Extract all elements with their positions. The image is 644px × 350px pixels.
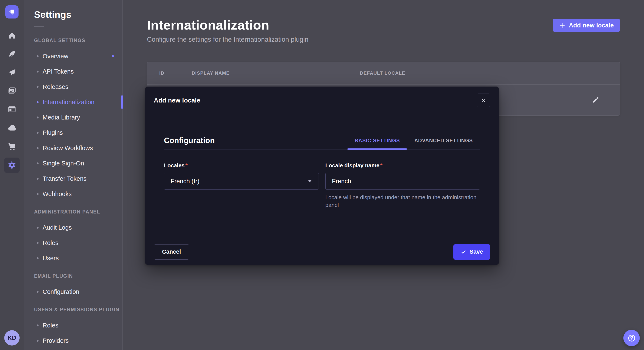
sidebar-item-label: Audit Logs xyxy=(42,224,72,231)
marketplace-icon[interactable] xyxy=(6,140,18,152)
display-name-label: Locale display name* xyxy=(326,162,480,169)
main-nav-rail: KD xyxy=(0,0,24,350)
cancel-button[interactable]: Cancel xyxy=(154,244,189,260)
required-asterisk: * xyxy=(380,162,382,169)
sidebar-item-label: Transfer Tokens xyxy=(42,175,86,182)
chevron-down-icon xyxy=(308,179,312,183)
sidebar-item-label: Overview xyxy=(42,53,68,60)
nav-section-label: GLOBAL SETTINGS xyxy=(24,32,122,48)
sidebar-item-review-workflows[interactable]: Review Workflows xyxy=(24,140,122,156)
tabs-divider xyxy=(164,149,480,150)
modal-footer: Cancel Save xyxy=(145,239,499,265)
rail-icons xyxy=(0,29,24,173)
bullet-icon xyxy=(37,325,38,326)
sidebar-item-overview[interactable]: Overview xyxy=(24,48,122,64)
sidebar-item-transfer-tokens[interactable]: Transfer Tokens xyxy=(24,171,122,186)
bullet-icon xyxy=(37,132,38,134)
tab-advanced-settings[interactable]: ADVANCED SETTINGS xyxy=(407,134,480,147)
configuration-title: Configuration xyxy=(164,136,215,145)
sidebar-item-internationalization[interactable]: Internationalization xyxy=(24,94,122,110)
notification-dot xyxy=(112,55,114,57)
sidebar-item-roles[interactable]: Roles xyxy=(24,235,122,250)
bullet-icon xyxy=(37,101,38,103)
display-name-field: Locale display name* French Locale will … xyxy=(326,162,480,209)
bullet-icon xyxy=(37,117,38,118)
bullet-icon xyxy=(37,71,38,72)
sidebar-item-label: Plugins xyxy=(42,129,63,136)
table-header: ID DISPLAY NAME DEFAULT LOCALE xyxy=(147,62,620,85)
locales-select-value: French (fr) xyxy=(170,178,199,185)
page-subtitle: Configure the settings for the Internati… xyxy=(147,36,308,43)
save-button[interactable]: Save xyxy=(454,244,490,260)
close-icon[interactable] xyxy=(476,94,490,107)
locales-select[interactable]: French (fr) xyxy=(164,173,319,190)
sidebar-item-label: Media Library xyxy=(42,114,80,121)
add-locale-modal: Add new locale Configuration BASIC SETTI… xyxy=(145,87,499,265)
rail-divider xyxy=(0,326,24,326)
bullet-icon xyxy=(37,55,38,57)
avatar-initials: KD xyxy=(8,335,16,341)
bullet-icon xyxy=(37,242,38,244)
bullet-icon xyxy=(37,227,38,229)
strapi-admin-settings: KD Settings GLOBAL SETTINGSOverviewAPI T… xyxy=(0,0,644,350)
plus-icon xyxy=(559,22,566,28)
title-divider xyxy=(34,26,44,26)
add-new-locale-label: Add new locale xyxy=(569,22,614,29)
settings-icon[interactable] xyxy=(4,158,20,173)
sidebar-item-configuration[interactable]: Configuration xyxy=(24,284,122,299)
sidebar-item-single-sign-on[interactable]: Single Sign-On xyxy=(24,156,122,171)
releases-icon[interactable] xyxy=(6,66,18,78)
sidebar-item-providers[interactable]: Providers xyxy=(24,333,122,348)
locales-field: Locales* French (fr) xyxy=(164,162,319,209)
bullet-icon xyxy=(37,178,38,180)
add-new-locale-button[interactable]: Add new locale xyxy=(553,19,620,32)
sidebar-item-label: Review Workflows xyxy=(42,145,93,152)
required-asterisk: * xyxy=(186,162,188,169)
home-icon[interactable] xyxy=(6,29,18,41)
deploy-icon[interactable] xyxy=(6,122,18,134)
nav-section-label: USERS & PERMISSIONS PLUGIN xyxy=(24,302,122,318)
help-button[interactable] xyxy=(623,330,640,346)
logo-box xyxy=(0,0,24,24)
strapi-logo-icon xyxy=(8,8,16,16)
sidebar-item-label: Roles xyxy=(42,239,58,246)
settings-tabs: BASIC SETTINGS ADVANCED SETTINGS xyxy=(347,134,480,147)
display-name-hint: Locale will be displayed under that name… xyxy=(326,193,480,209)
strapi-logo[interactable] xyxy=(5,5,18,18)
bullet-icon xyxy=(37,257,38,259)
avatar[interactable]: KD xyxy=(4,330,20,346)
pencil-icon[interactable] xyxy=(590,95,600,105)
sidebar-item-label: Releases xyxy=(42,83,68,90)
settings-sidebar: Settings GLOBAL SETTINGSOverviewAPI Toke… xyxy=(24,0,123,350)
sidebar-item-label: Providers xyxy=(42,337,69,344)
sidebar-item-media-library[interactable]: Media Library xyxy=(24,110,122,125)
sidebar-item-users[interactable]: Users xyxy=(24,250,122,266)
nav-section-label: EMAIL PLUGIN xyxy=(24,268,122,284)
content-manager-icon[interactable] xyxy=(6,48,18,60)
sidebar-item-roles[interactable]: Roles xyxy=(24,318,122,333)
sidebar-item-audit-logs[interactable]: Audit Logs xyxy=(24,220,122,235)
sidebar-item-webhooks[interactable]: Webhooks xyxy=(24,186,122,201)
sidebar-item-label: API Tokens xyxy=(42,68,74,75)
modal-title: Add new locale xyxy=(154,97,200,104)
sidebar-item-label: Roles xyxy=(42,322,58,329)
column-default-locale: DEFAULT LOCALE xyxy=(360,70,405,76)
sidebar-item-api-tokens[interactable]: API Tokens xyxy=(24,64,122,79)
tab-basic-settings[interactable]: BASIC SETTINGS xyxy=(347,134,407,147)
sidebar-title: Settings xyxy=(24,0,122,20)
modal-header: Add new locale xyxy=(145,87,499,114)
check-icon xyxy=(461,249,466,255)
media-library-icon[interactable] xyxy=(6,85,18,97)
settings-nav: GLOBAL SETTINGSOverviewAPI TokensRelease… xyxy=(24,32,122,348)
sidebar-item-plugins[interactable]: Plugins xyxy=(24,125,122,140)
sidebar-item-label: Configuration xyxy=(42,288,80,295)
bullet-icon xyxy=(37,86,38,88)
sidebar-item-releases[interactable]: Releases xyxy=(24,79,122,94)
sidebar-item-label: Users xyxy=(42,255,59,262)
sidebar-item-label: Single Sign-On xyxy=(42,160,84,167)
locale-display-name-input[interactable]: French xyxy=(326,173,480,190)
sidebar-item-label: Internationalization xyxy=(42,99,94,106)
bullet-icon xyxy=(37,193,38,195)
bullet-icon xyxy=(37,340,38,342)
content-type-builder-icon[interactable] xyxy=(6,103,18,115)
